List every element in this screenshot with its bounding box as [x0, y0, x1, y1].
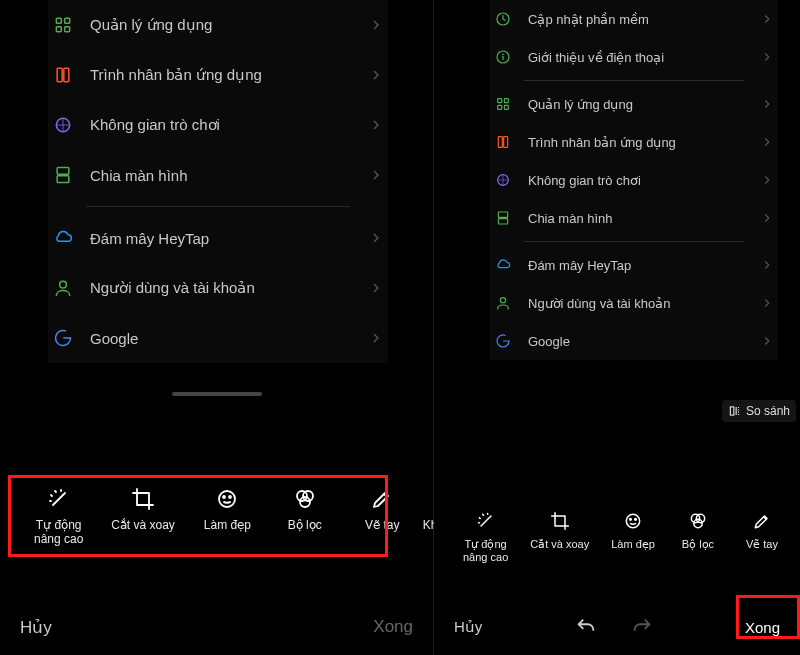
- redo-icon: [631, 616, 653, 638]
- tool-wand[interactable]: Tự độngnâng cao: [34, 486, 84, 547]
- tool-crop[interactable]: Cắt và xoay: [530, 510, 589, 551]
- tool-draw[interactable]: Vẽ tay: [741, 510, 783, 551]
- split-icon: [494, 209, 512, 227]
- svg-point-38: [694, 519, 702, 527]
- done-button[interactable]: Xong: [745, 619, 780, 636]
- info-icon: [494, 48, 512, 66]
- tool-label: Vẽ tay: [365, 518, 399, 532]
- left-panel: Quản lý ứng dụng Trình nhân bản ứng dụng…: [0, 0, 434, 655]
- menu-item[interactable]: Chia màn hình: [490, 199, 778, 237]
- compare-icon: [728, 404, 742, 418]
- menu-item[interactable]: Chia màn hình: [48, 150, 388, 200]
- tool-wand[interactable]: Tự độngnâng cao: [463, 510, 508, 564]
- menu-item[interactable]: Quản lý ứng dụng: [48, 0, 388, 50]
- chevron-right-icon: [760, 334, 774, 348]
- menu-item[interactable]: Đám mây HeyTap: [48, 213, 388, 263]
- menu-item-label: Chia màn hình: [90, 167, 352, 184]
- svg-rect-24: [498, 137, 502, 148]
- drag-handle[interactable]: [172, 392, 262, 396]
- menu-item-label: Cập nhật phần mềm: [528, 12, 744, 27]
- svg-point-12: [229, 496, 231, 498]
- divider: [86, 206, 350, 207]
- wand-icon: [475, 510, 497, 532]
- filter-icon: [292, 486, 318, 512]
- bottom-bar-right: Hủy Xong: [434, 599, 800, 655]
- menu-item[interactable]: Người dùng và tài khoản: [490, 284, 778, 322]
- chevron-right-icon: [760, 135, 774, 149]
- beauty-icon: [622, 510, 644, 532]
- menu-item-label: Người dùng và tài khoản: [528, 296, 744, 311]
- svg-rect-21: [504, 99, 508, 103]
- menu-item-label: Quản lý ứng dụng: [528, 97, 744, 112]
- apps-icon: [52, 14, 74, 36]
- menu-item[interactable]: Không gian trò chơi: [48, 100, 388, 150]
- svg-point-33: [626, 514, 639, 527]
- draw-icon: [369, 486, 395, 512]
- svg-point-34: [630, 519, 632, 521]
- menu-item[interactable]: Trình nhân bản ứng dụng: [490, 123, 778, 161]
- tool-label: Tự độngnâng cao: [34, 518, 83, 547]
- svg-rect-2: [56, 27, 61, 32]
- menu-item[interactable]: Google: [48, 313, 388, 363]
- tool-draw[interactable]: Vẽ tay: [357, 486, 407, 532]
- user-icon: [494, 294, 512, 312]
- menu-item[interactable]: Trình nhân bản ứng dụng: [48, 50, 388, 100]
- menu-item-label: Đám mây HeyTap: [90, 230, 352, 247]
- menu-item-label: Trình nhân bản ứng dụng: [528, 135, 744, 150]
- svg-rect-28: [498, 219, 507, 224]
- settings-preview-right: Cập nhật phần mềm Giới thiệu về điện tho…: [490, 0, 778, 360]
- svg-rect-22: [498, 105, 502, 109]
- compare-button[interactable]: So sánh: [722, 400, 796, 422]
- done-button[interactable]: Xong: [373, 617, 413, 637]
- chevron-right-icon: [760, 211, 774, 225]
- tool-label: Làm đẹp: [204, 518, 251, 532]
- tool-beauty[interactable]: Làm đẹp: [611, 510, 655, 551]
- tool-crop[interactable]: Cắt và xoay: [111, 486, 175, 532]
- menu-item[interactable]: Cập nhật phần mềm: [490, 0, 778, 38]
- svg-point-37: [696, 514, 704, 522]
- tool-label: Bộ lọc: [288, 518, 322, 532]
- chevron-right-icon: [760, 97, 774, 111]
- cloud-icon: [52, 227, 74, 249]
- update-icon: [494, 10, 512, 28]
- cloud-icon: [494, 256, 512, 274]
- svg-rect-5: [64, 68, 69, 81]
- menu-item[interactable]: Người dùng và tài khoản: [48, 263, 388, 313]
- svg-point-11: [223, 496, 225, 498]
- settings-preview-left: Quản lý ứng dụng Trình nhân bản ứng dụng…: [48, 0, 388, 363]
- menu-item[interactable]: Google: [490, 322, 778, 360]
- chevron-right-icon: [368, 117, 384, 133]
- menu-item[interactable]: Đám mây HeyTap: [490, 246, 778, 284]
- tool-filter[interactable]: Bộ lọc: [280, 486, 330, 532]
- menu-item-label: Người dùng và tài khoản: [90, 279, 352, 297]
- svg-rect-20: [498, 99, 502, 103]
- divider: [524, 241, 744, 242]
- chevron-right-icon: [760, 258, 774, 272]
- game-icon: [52, 114, 74, 136]
- undo-button[interactable]: [575, 616, 597, 638]
- bottom-bar-left: Hủy Xong: [0, 599, 433, 655]
- wand-icon: [46, 486, 72, 512]
- chevron-right-icon: [368, 280, 384, 296]
- svg-point-14: [303, 491, 313, 501]
- compare-label: So sánh: [746, 404, 790, 418]
- svg-point-15: [300, 497, 310, 507]
- chevron-right-icon: [760, 12, 774, 26]
- redo-button[interactable]: [631, 616, 653, 638]
- cancel-button[interactable]: Hủy: [20, 617, 52, 638]
- cancel-button[interactable]: Hủy: [454, 618, 482, 636]
- svg-rect-25: [504, 137, 508, 148]
- chevron-right-icon: [368, 67, 384, 83]
- tool-label: Cắt và xoay: [530, 538, 589, 551]
- menu-item[interactable]: Không gian trò chơi: [490, 161, 778, 199]
- svg-rect-27: [498, 212, 507, 217]
- menu-item[interactable]: Quản lý ứng dụng: [490, 85, 778, 123]
- clone-icon: [52, 64, 74, 86]
- menu-item[interactable]: Giới thiệu về điện thoại: [490, 38, 778, 76]
- edit-toolbar-left: Tự độngnâng cao Cắt và xoay Làm đẹp Bộ l…: [0, 486, 433, 547]
- tool-filter[interactable]: Bộ lọc: [677, 510, 719, 551]
- menu-item-label: Google: [528, 334, 744, 349]
- tool-beauty[interactable]: Làm đẹp: [202, 486, 252, 532]
- menu-item-label: Trình nhân bản ứng dụng: [90, 66, 352, 84]
- svg-point-10: [219, 491, 235, 507]
